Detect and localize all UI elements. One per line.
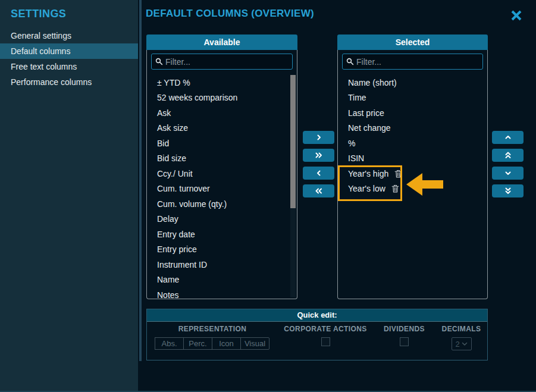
available-item-label: Entry date <box>157 230 195 239</box>
available-item-label: Cum. volume (qty.) <box>157 199 227 209</box>
available-list-item[interactable]: 52 weeks comparison <box>147 90 297 106</box>
decimals-group: DECIMALS 2 <box>435 325 487 350</box>
close-button[interactable] <box>509 8 524 24</box>
available-list-item[interactable]: Cum. volume (qty.) <box>147 196 297 212</box>
representation-option-button[interactable]: Icon <box>212 337 241 350</box>
available-item-label: Name <box>157 275 179 284</box>
selected-filter-input[interactable] <box>356 57 479 67</box>
available-scrollbar-thumb[interactable] <box>290 75 296 208</box>
chevron-left-icon <box>315 170 322 177</box>
available-list-item[interactable]: Bid size <box>147 151 297 167</box>
available-list-item[interactable]: Entry price <box>147 242 297 258</box>
double-chevron-right-icon <box>315 152 323 159</box>
available-item-label: 52 weeks comparison <box>157 93 237 102</box>
selected-list-item[interactable]: Net change <box>338 121 487 136</box>
available-item-label: Instrument ID <box>157 260 207 269</box>
available-list-item[interactable]: Ask size <box>147 121 297 136</box>
default-columns-content: DEFAULT COLUMNS (OVERVIEW) Available <box>138 0 536 392</box>
settings-sidebar: SETTINGS General settings Default column… <box>0 0 138 391</box>
available-list-item[interactable]: Entry date <box>147 227 297 242</box>
available-panel: Available ± YTD % 52 weeks comparison <box>146 35 297 299</box>
sidebar-nav-item[interactable]: General settings <box>0 28 138 43</box>
available-item-label: Notes <box>157 290 179 299</box>
available-item-label: Bid <box>157 139 169 148</box>
available-list-item[interactable]: Cum. turnover <box>147 181 297 197</box>
move-up-button[interactable] <box>492 131 524 144</box>
sidebar-nav-item[interactable]: Performance columns <box>0 74 138 90</box>
representation-group: REPRESENTATION Abs. Perc. Icon Visual <box>147 325 278 350</box>
selected-body: Name (short) Time Last price <box>337 50 488 299</box>
move-down-button[interactable] <box>492 167 524 180</box>
selected-item-label: Name (short) <box>348 78 397 87</box>
selected-list-item[interactable]: ISIN <box>338 151 487 167</box>
selected-list-item[interactable]: Year's high <box>338 166 487 181</box>
available-body: ± YTD % 52 weeks comparison Ask Ask size… <box>146 50 297 299</box>
settings-dialog: SETTINGS General settings Default column… <box>0 0 536 392</box>
dividends-group: DIVIDENDS <box>373 325 435 350</box>
available-list-item[interactable]: Ccy./ Unit <box>147 166 297 181</box>
selected-item-label: Net change <box>348 123 391 133</box>
double-chevron-down-icon <box>504 187 512 195</box>
available-list-item[interactable]: Ask <box>147 105 297 121</box>
dividends-label: DIVIDENDS <box>384 325 425 333</box>
sidebar-nav-item-label: General settings <box>11 31 71 40</box>
available-list-item[interactable]: Notes <box>147 287 297 299</box>
selected-list-item[interactable]: Name (short) <box>338 75 487 90</box>
available-list-item[interactable]: Name <box>147 272 297 288</box>
move-right-button[interactable] <box>303 131 334 144</box>
close-icon <box>510 9 523 22</box>
selected-list-item[interactable]: Year's low <box>338 181 487 197</box>
available-item-label: Cum. turnover <box>157 184 210 193</box>
representation-option-button[interactable]: Perc. <box>183 337 212 350</box>
order-buttons <box>492 131 524 197</box>
move-all-right-button[interactable] <box>303 149 334 162</box>
sidebar-nav-item[interactable]: Free text columns <box>0 59 138 74</box>
corporate-actions-group: CORPORATE ACTIONS <box>278 325 373 350</box>
selected-item-label: Year's high <box>348 169 388 178</box>
available-list-item[interactable]: Instrument ID <box>147 257 297 272</box>
sidebar-nav-item-label: Free text columns <box>11 62 77 71</box>
dividends-checkbox[interactable] <box>400 337 409 346</box>
selected-item-label: Last price <box>348 108 384 118</box>
move-left-button[interactable] <box>303 167 334 180</box>
move-to-bottom-button[interactable] <box>492 184 524 197</box>
corporate-actions-label: CORPORATE ACTIONS <box>284 325 366 333</box>
move-all-left-button[interactable] <box>303 184 334 197</box>
available-item-label: Ask <box>157 108 171 118</box>
selected-item-label: Time <box>348 93 366 102</box>
selected-item-label: ISIN <box>348 153 364 163</box>
decimals-dropdown[interactable]: 2 <box>452 337 472 350</box>
selected-list-item[interactable]: % <box>338 136 487 151</box>
transfer-buttons <box>303 131 334 197</box>
available-list-item[interactable]: Delay <box>147 212 297 227</box>
available-item-label: Ccy./ Unit <box>157 169 193 178</box>
corporate-actions-checkbox[interactable] <box>321 337 330 346</box>
available-list-item[interactable]: ± YTD % <box>147 75 297 90</box>
representation-segmented-control: Abs. Perc. Icon Visual <box>155 337 269 350</box>
selected-list-item[interactable]: Last price <box>338 105 487 121</box>
quick-edit-panel: Quick edit: REPRESENTATION Abs. Perc. Ic… <box>146 309 488 360</box>
selected-panel: Selected Name (short) <box>337 35 488 299</box>
double-chevron-up-icon <box>504 151 512 159</box>
selected-header: Selected <box>337 35 488 50</box>
available-list-item[interactable]: Bid <box>147 136 297 151</box>
double-chevron-left-icon <box>315 187 323 195</box>
representation-option-button[interactable]: Visual <box>240 337 269 350</box>
sidebar-nav-item-label: Default columns <box>11 46 70 56</box>
representation-option-button[interactable]: Abs. <box>155 337 184 350</box>
chevron-up-icon <box>504 134 512 141</box>
sidebar-nav-item-label: Performance columns <box>11 77 92 87</box>
quick-edit-row: REPRESENTATION Abs. Perc. Icon Visual <box>147 322 487 350</box>
available-filter-input[interactable] <box>165 57 289 67</box>
page-title: DEFAULT COLUMNS (OVERVIEW) <box>146 8 314 20</box>
selected-list: Name (short) Time Last price <box>338 75 487 299</box>
chevron-right-icon <box>315 134 322 141</box>
trash-icon[interactable] <box>394 170 402 178</box>
search-icon <box>155 58 163 65</box>
available-item-label: Ask size <box>157 123 188 133</box>
move-to-top-button[interactable] <box>492 149 524 162</box>
trash-icon[interactable] <box>391 184 399 193</box>
selected-list-item[interactable]: Time <box>338 90 487 106</box>
sidebar-nav-item[interactable]: Default columns <box>0 43 138 59</box>
sidebar-title: SETTINGS <box>0 0 138 20</box>
